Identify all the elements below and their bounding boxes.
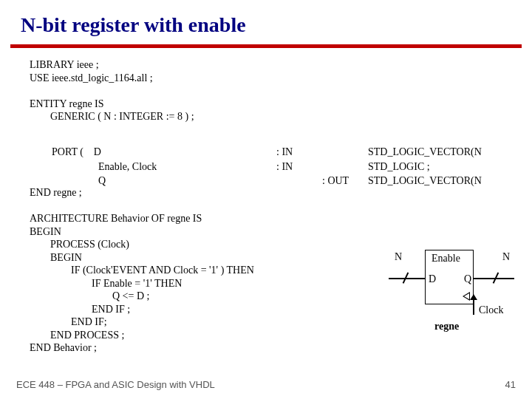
- port-d-dir2: [322, 146, 366, 159]
- label-enable: Enable: [432, 253, 460, 265]
- port-ec-dir2: [322, 160, 366, 174]
- port-q-name: Q: [31, 174, 275, 188]
- clock-triangle-icon: [463, 292, 470, 301]
- footer-page-number: 41: [505, 379, 516, 390]
- port-ec-name: Enable, Clock: [31, 160, 275, 174]
- wire-d-in: [389, 278, 425, 279]
- clock-arrow-icon: [470, 294, 477, 300]
- code-library-entity: LIBRARY ieee ; USE ieee.std_logic_1164.a…: [0, 58, 532, 123]
- code-architecture: END regne ; ARCHITECTURE Behavior OF reg…: [0, 186, 254, 355]
- port-row-d: PORT ( D : IN STD_LOGIC_VECTOR(N: [31, 146, 482, 159]
- port-q-type: STD_LOGIC_VECTOR(N: [368, 174, 482, 188]
- port-d-type: STD_LOGIC_VECTOR(N: [368, 146, 482, 159]
- slide-title: N-bit register with enable: [0, 0, 532, 44]
- bus-width-left: N: [395, 251, 402, 263]
- footer-course: ECE 448 – FPGA and ASIC Design with VHDL: [16, 379, 215, 390]
- port-ec-type: STD_LOGIC ;: [368, 160, 482, 174]
- label-regne: regne: [434, 321, 459, 332]
- port-q-dir2: : OUT: [322, 174, 366, 188]
- title-rule: [10, 44, 522, 48]
- port-q-dir: [276, 174, 321, 188]
- label-d: D: [429, 273, 436, 285]
- port-ec-dir: : IN: [276, 160, 321, 174]
- label-clock: Clock: [479, 304, 503, 316]
- label-q: Q: [464, 273, 471, 285]
- port-row-enable-clock: Enable, Clock : IN STD_LOGIC ;: [31, 160, 482, 174]
- port-row-q: Q : OUT STD_LOGIC_VECTOR(N: [31, 174, 482, 188]
- slide-footer: ECE 448 – FPGA and ASIC Design with VHDL…: [16, 379, 516, 390]
- port-d-dir: : IN: [276, 146, 321, 159]
- port-d-name: PORT ( D: [31, 146, 275, 159]
- port-declarations: PORT ( D : IN STD_LOGIC_VECTOR(N Enable,…: [30, 144, 483, 189]
- block-diagram: N N Enable D Q Clock regne: [384, 244, 517, 355]
- bus-width-right: N: [502, 251, 510, 263]
